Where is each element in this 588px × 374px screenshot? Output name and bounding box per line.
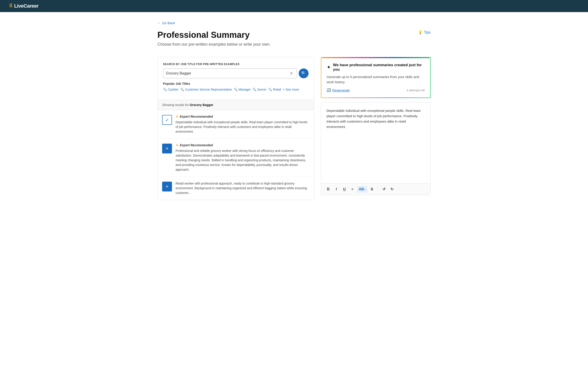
page-title-block: Professional Summary Choose from our pre… [158,30,271,55]
search-row: ✕ 🔍 [163,69,309,78]
expert-badge-1: ★ Expert Recommended [176,114,309,119]
spellcheck-icon: AB [359,187,364,191]
result-add-icon-3: + [162,182,172,192]
tag-retail[interactable]: 🔍 Retail [268,88,281,91]
search-small-icon-5: 🔍 [268,88,272,91]
result-item-1[interactable]: ✓ ★ Expert Recommended Dependable indivi… [158,110,314,139]
ai-card-description: Generate up to 5 personalized summaries … [327,74,425,85]
search-small-icon-4: 🔍 [252,88,256,91]
search-icon: 🔍 [301,71,306,76]
expert-badge-2: ★ Expert Recommended [176,143,309,147]
star-icon-2: ★ [176,143,178,147]
left-column: SEARCH BY JOB TITLE FOR PRE-WRITTEN EXAM… [158,57,314,200]
popular-tags: 🔍 Cashier 🔍 Customer Service Representat… [163,88,309,94]
ai-card-header: ✦ We have professional summaries created… [327,63,425,72]
result-content-1: ★ Expert Recommended Dependable individu… [176,114,309,134]
result-content-3: Retail worker with professional approach… [176,181,309,195]
toolbar-separator [378,187,378,192]
result-item-3[interactable]: + Retail worker with professional approa… [158,177,314,200]
main-content: ← Go Back Professional Summary Choose fr… [144,12,444,209]
tag-cashier[interactable]: 🔍 Cashier [163,88,178,91]
logo-dots: ⠿ [9,3,12,9]
result-item-2[interactable]: + ★ Expert Recommended Professional and … [158,139,314,177]
right-column: ✦ We have professional summaries created… [321,57,430,195]
search-input-wrap: ✕ [163,69,297,78]
tag-customer-service[interactable]: 🔍 Customer Service Representative [180,88,232,91]
page-subtitle: Choose from our pre-written examples bel… [158,42,271,47]
result-text-3: Retail worker with professional approach… [176,181,309,195]
header: ⠿ LiveCareer [0,0,588,12]
page-header-row: Professional Summary Choose from our pre… [158,30,430,55]
strikethrough-button[interactable]: S [368,186,376,192]
clear-button[interactable]: ✕ [289,70,294,77]
expert-label-1: Expert Recommended [180,115,213,118]
popular-label: Popular Job Titles [163,82,309,85]
spellcheck-button[interactable]: AB✓ [357,186,368,192]
refresh-icon: 🔄 [327,88,331,92]
list-button[interactable]: ≡ [349,186,356,192]
logo: ⠿ LiveCareer [9,3,39,9]
italic-button[interactable]: I [333,186,340,192]
page-title: Professional Summary [158,30,271,40]
results-section: Showing results for Grocery Bagger ✓ ★ E… [158,100,314,200]
two-column-layout: SEARCH BY JOB TITLE FOR PRE-WRITTEN EXAM… [158,57,430,200]
see-more-button[interactable]: + See more [283,88,299,91]
regenerate-button[interactable]: 🔄 Regenerate [327,88,350,92]
search-button[interactable]: 🔍 [299,69,309,78]
results-job-title: Grocery Bagger [190,103,213,107]
attempts-left: 4 attempts left [406,89,425,92]
back-arrow-icon: ← [158,21,161,25]
editor-content[interactable]: Dependable individual with exceptional p… [321,103,430,183]
editor-area: Dependable individual with exceptional p… [321,102,430,195]
tips-link[interactable]: 💡 Tips [418,30,430,34]
ai-card-footer: 🔄 Regenerate 4 attempts left [327,88,425,92]
ai-card-title: We have professional summaries created j… [333,63,425,72]
redo-button[interactable]: ↻ [388,186,395,192]
underline-button[interactable]: U [341,186,348,192]
search-section: SEARCH BY JOB TITLE FOR PRE-WRITTEN EXAM… [158,57,314,100]
results-header: Showing results for Grocery Bagger [158,100,314,110]
expert-label-2: Expert Recommended [180,143,213,147]
ai-sparkle-icon: ✦ [327,64,331,70]
tag-server[interactable]: 🔍 Server [252,88,266,91]
editor-toolbar: B I U ≡ AB✓ S ↺ ↻ [321,183,430,195]
result-text-2: Professional and reliable grocery worker… [176,149,309,172]
result-add-icon-2: + [162,144,172,153]
result-text-1: Dependable individual with exceptional p… [176,120,309,134]
lightbulb-icon: 💡 [418,30,422,34]
search-input[interactable] [166,69,289,78]
search-small-icon-2: 🔍 [180,88,184,91]
search-small-icon-3: 🔍 [234,88,238,91]
search-label: SEARCH BY JOB TITLE FOR PRE-WRITTEN EXAM… [163,63,309,66]
result-content-2: ★ Expert Recommended Professional and re… [176,143,309,172]
star-icon-1: ★ [176,114,178,119]
tag-manager[interactable]: 🔍 Manager [234,88,251,91]
search-small-icon: 🔍 [163,88,167,91]
ai-card: ✦ We have professional summaries created… [321,57,430,98]
go-back-link[interactable]: ← Go Back [158,21,175,25]
undo-button[interactable]: ↺ [380,186,387,192]
bold-button[interactable]: B [325,186,332,192]
result-check-icon-1: ✓ [162,115,172,125]
